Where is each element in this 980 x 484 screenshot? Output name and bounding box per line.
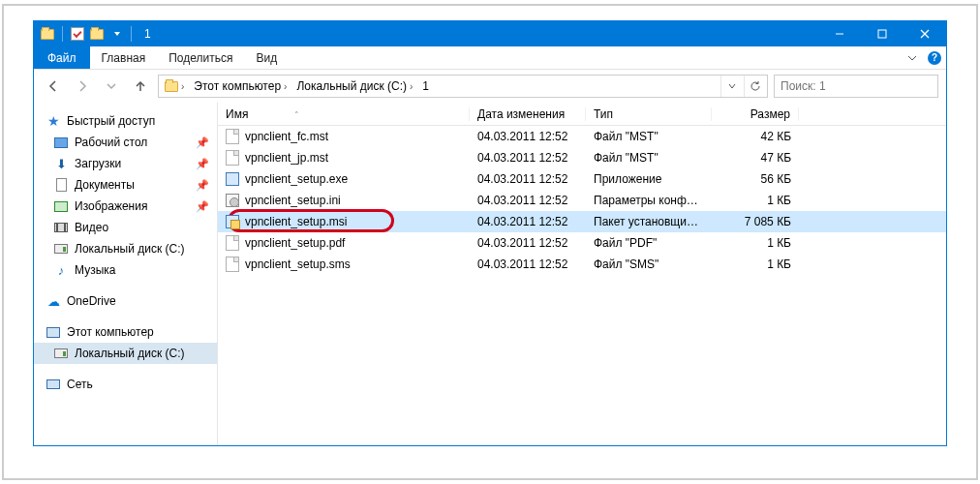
breadcrumb-pc[interactable]: Этот компьютер: [194, 79, 281, 93]
column-name[interactable]: Имя˄: [218, 107, 470, 121]
file-file-icon: [226, 235, 239, 251]
breadcrumb-folder[interactable]: 1: [422, 79, 429, 93]
pin-icon: 📌: [196, 136, 209, 149]
file-date: 04.03.2011 12:52: [470, 194, 586, 207]
pictures-icon: [53, 198, 69, 214]
nav-back-button[interactable]: [42, 75, 65, 98]
title-bar[interactable]: 1: [34, 21, 946, 46]
file-date: 04.03.2011 12:52: [470, 236, 586, 250]
file-size: 1 КБ: [712, 236, 799, 250]
videos-icon: [53, 220, 69, 235]
qat-properties-icon[interactable]: [70, 26, 85, 42]
file-row[interactable]: vpnclient_setup.sms04.03.2011 12:52Файл …: [218, 254, 946, 275]
file-type: Файл "MST": [586, 130, 712, 143]
ribbon-home-tab[interactable]: Главная: [90, 46, 158, 69]
file-file-icon: [226, 150, 239, 166]
file-row[interactable]: vpnclient_setup.ini04.03.2011 12:52Парам…: [218, 190, 946, 211]
search-box[interactable]: [774, 75, 938, 98]
nav-music[interactable]: ♪Музыка: [34, 259, 217, 281]
file-name: vpnclient_fc.mst: [245, 130, 328, 143]
ribbon-view-tab[interactable]: Вид: [244, 46, 289, 69]
file-name: vpnclient_jp.mst: [245, 151, 328, 165]
address-dropdown-button[interactable]: [720, 76, 742, 97]
cloud-icon: ☁: [46, 293, 61, 309]
ribbon-share-tab[interactable]: Поделиться: [157, 46, 244, 69]
file-date: 04.03.2011 12:52: [470, 215, 586, 228]
nav-downloads[interactable]: ⬇Загрузки📌: [34, 153, 217, 174]
breadcrumb-drive[interactable]: Локальный диск (C:): [296, 79, 407, 93]
chevron-right-icon[interactable]: ›: [410, 81, 413, 92]
nav-up-button[interactable]: [129, 75, 152, 98]
nav-forward-button[interactable]: [71, 75, 94, 98]
drive-icon: [53, 346, 69, 361]
file-size: 47 КБ: [712, 151, 799, 165]
column-size[interactable]: Размер: [712, 107, 799, 121]
column-date[interactable]: Дата изменения: [470, 107, 586, 121]
ribbon-file-tab[interactable]: Файл: [34, 46, 90, 69]
chevron-right-icon[interactable]: ›: [284, 81, 287, 92]
nav-desktop[interactable]: Рабочий стол📌: [34, 132, 217, 153]
msi-file-icon: [226, 215, 239, 228]
file-row[interactable]: vpnclient_fc.mst04.03.2011 12:52Файл "MS…: [218, 126, 946, 147]
file-date: 04.03.2011 12:52: [470, 130, 586, 143]
desktop-icon: [53, 135, 69, 150]
file-type: Параметры конф…: [586, 194, 712, 207]
file-row[interactable]: vpnclient_jp.mst04.03.2011 12:52Файл "MS…: [218, 147, 946, 168]
help-icon: ?: [928, 51, 941, 65]
file-row[interactable]: vpnclient_setup.msi04.03.2011 12:52Пакет…: [218, 211, 946, 232]
nav-videos[interactable]: Видео: [34, 217, 217, 238]
nav-documents[interactable]: Документы📌: [34, 174, 217, 196]
file-row[interactable]: vpnclient_setup.pdf04.03.2011 12:52Файл …: [218, 232, 946, 254]
sort-asc-icon: ˄: [294, 110, 299, 120]
refresh-button[interactable]: [744, 76, 765, 97]
file-size: 1 КБ: [712, 257, 799, 271]
file-size: 1 КБ: [712, 194, 799, 207]
file-type: Приложение: [586, 172, 712, 186]
window-icon: [40, 26, 55, 42]
nav-network[interactable]: Сеть: [34, 374, 217, 395]
ribbon-expand-button[interactable]: [902, 46, 923, 69]
address-bar[interactable]: › Этот компьютер› Локальный диск (C:)› 1: [158, 75, 768, 98]
nav-this-pc[interactable]: Этот компьютер: [34, 321, 217, 343]
nav-local-disk[interactable]: Локальный диск (С:): [34, 238, 217, 259]
maximize-button[interactable]: [861, 21, 903, 46]
music-icon: ♪: [53, 262, 69, 278]
file-date: 04.03.2011 12:52: [470, 151, 586, 165]
drive-icon: [53, 241, 69, 257]
pc-icon: [46, 324, 61, 340]
close-button[interactable]: [903, 21, 946, 46]
navigation-pane[interactable]: ★Быстрый доступ Рабочий стол📌 ⬇Загрузки📌…: [34, 103, 218, 445]
search-input[interactable]: [781, 79, 926, 93]
file-name: vpnclient_setup.pdf: [245, 236, 345, 250]
file-date: 04.03.2011 12:52: [470, 257, 586, 271]
minimize-button[interactable]: [818, 21, 861, 46]
file-name: vpnclient_setup.sms: [245, 257, 351, 271]
window-title: 1: [144, 27, 151, 41]
column-type[interactable]: Тип: [586, 107, 712, 121]
help-button[interactable]: ?: [923, 46, 946, 69]
nav-pictures[interactable]: Изображения📌: [34, 196, 217, 217]
svg-rect-1: [878, 30, 886, 38]
quick-access-icon: ★: [46, 113, 61, 129]
nav-onedrive[interactable]: ☁OneDrive: [34, 290, 217, 312]
qat-newfolder-icon[interactable]: [89, 26, 105, 42]
ini-file-icon: [226, 194, 239, 207]
file-type: Пакет установщи…: [586, 215, 712, 228]
file-name: vpnclient_setup.ini: [245, 194, 341, 207]
file-type: Файл "MST": [586, 151, 712, 165]
chevron-right-icon[interactable]: ›: [181, 81, 184, 92]
explorer-window: 1 Файл Главная Поделиться Вид ? › Этот к…: [33, 20, 947, 446]
network-icon: [46, 377, 61, 392]
file-row[interactable]: vpnclient_setup.exe04.03.2011 12:52Прило…: [218, 168, 946, 190]
ribbon: Файл Главная Поделиться Вид ?: [34, 46, 946, 70]
file-size: 56 КБ: [712, 172, 799, 186]
file-list[interactable]: Имя˄ Дата изменения Тип Размер vpnclient…: [218, 103, 946, 445]
nav-local-disk-2[interactable]: Локальный диск (С:): [34, 343, 217, 364]
folder-icon: [165, 81, 178, 92]
qat-dropdown-icon[interactable]: [108, 26, 124, 42]
file-file-icon: [226, 257, 239, 272]
nav-quick-access[interactable]: ★Быстрый доступ: [34, 110, 217, 132]
documents-icon: [53, 177, 69, 193]
downloads-icon: ⬇: [53, 156, 69, 171]
nav-recent-button[interactable]: [100, 75, 123, 98]
